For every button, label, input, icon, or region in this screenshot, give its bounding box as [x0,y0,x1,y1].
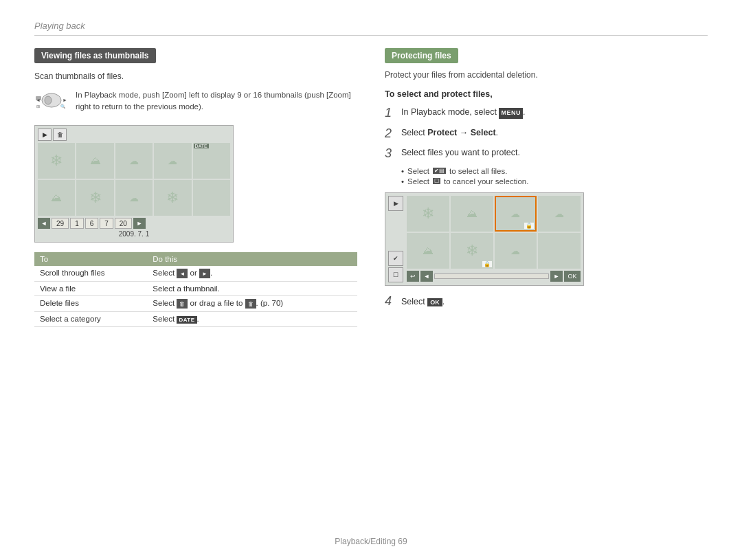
cloud-icon: ☁ [129,155,139,166]
pthumb-6: ❄ 🔒 [451,233,493,269]
menu-icon: MENU [499,108,523,119]
thumb-prev-btn[interactable]: ◄ [38,218,50,229]
thumb-date: 2009. 7. 1 [38,230,230,238]
thumb-cell-1: ❄ [38,143,75,179]
thumbnail-preview: ▶ 🗑 ❄ ⛰ ☁ ☁ [34,125,234,243]
step-num-1: 1 [385,106,396,121]
table-cell-to-4: Select a category [34,312,147,327]
thumb-toolbar: ▶ 🗑 [38,128,230,141]
pcloud-2: ☁ [554,208,564,219]
table-row: Select a category Select DATE. [34,312,357,327]
right-column: Protecting files Protect your files from… [385,48,708,327]
pthumb-2: ⛰ [451,196,493,232]
thumb-next-btn[interactable]: ► [133,218,146,229]
pthumb-7: ☁ [495,233,537,269]
pmountain-1: ⛰ [466,208,477,220]
thumb-cell-3: ☁ [115,143,153,179]
pthumb-1: ❄ [407,196,449,232]
pcloud-1: ☁ [510,208,520,219]
left-column: Viewing files as thumbnails Scan thumbna… [34,48,357,327]
thumb-num-4: 7 [100,218,113,229]
svg-text:►: ► [63,98,67,102]
check-all-icon: ✔▤ [433,168,446,174]
protect-play-icon: ▶ [388,196,403,211]
thumb-cell-10 [193,180,230,216]
step-text-1: In Playback mode, select MENU. [401,106,525,119]
thumb-cell-8: ☁ [115,180,153,216]
table-row: Scroll through files Select ◄ or ►. [34,266,357,282]
pthumb-4: ☁ [538,196,581,232]
thumb-num-3: 6 [85,218,99,229]
thumb-cell-2: ⛰ [76,143,113,179]
page-footer: Playback/Editing 69 [0,537,742,546]
svg-point-2 [45,96,52,104]
protect-grid-row2: ⛰ ❄ 🔒 ☁ [407,233,581,269]
cloud-icon-2: ☁ [168,155,177,166]
protect-ok-btn[interactable]: OK [564,271,581,282]
thumb-nav: ◄ 29 1 6 7 20 ► [38,218,230,229]
protect-prev-btn[interactable]: ◄ [420,271,433,282]
pthumb-8 [538,233,581,269]
pthumb-5: ⛰ [407,233,449,269]
right-arrow-icon: ► [199,269,210,278]
thumb-cell-5: DATE [193,143,230,179]
thumb-cell-6: ⛰ [38,180,75,216]
trash-icon: 🗑 [53,128,67,141]
snowflake-icon: ❄ [50,152,63,170]
protect-back-btn[interactable]: ↩ [407,271,419,282]
thumb-cell-9: ❄ [154,180,191,216]
mountain-icon-2: ⛰ [51,192,62,204]
protect-sidebar: ▶ ✔ ☐ [388,196,403,282]
table-col-to: To [34,252,147,266]
table-cell-do-2: Select a thumbnail. [147,282,357,296]
mountain-icon: ⛰ [90,155,101,167]
svg-text:◄: ◄ [36,98,41,102]
svg-text:🔍: 🔍 [60,104,66,109]
page-title: Playing back [34,21,85,31]
step-2: 2 Select Protect → Select. [385,126,708,142]
lock-badge: 🔒 [524,223,534,229]
table-col-do: Do this [147,252,357,266]
protect-check-icon: ✔ [388,251,403,266]
trash-table-icon: 🗑 [177,299,188,309]
protect-main-grid: ❄ ⛰ ☁ 🔒 ☁ [407,196,581,282]
svg-text:⊞: ⊞ [36,104,40,109]
pmountain-2: ⛰ [423,245,434,257]
footer-text: Playback/Editing 69 [335,537,407,546]
protect-next-btn[interactable]: ► [550,271,563,282]
table-cell-do-1: Select ◄ or ►. [147,266,357,282]
snowflake-icon-3: ❄ [166,189,179,207]
lock-badge-2: 🔒 [482,261,492,267]
zoom-icon: ⊞ 🔍 ◄ ► [34,91,69,115]
right-section-header: Protecting files [385,48,458,63]
cancel-icon: ☐ [433,178,440,184]
psnow-1: ❄ [422,205,434,223]
protect-bold-heading: To select and protect files, [385,89,708,99]
protect-preview: ▶ ✔ ☐ ❄ ⛰ [385,192,584,286]
zoom-text: In Playback mode, push [Zoom] left to di… [76,89,357,113]
step-3: 3 Select files you want to protect. [385,146,708,161]
thumb-grid: ❄ ⛰ ☁ ☁ DATE ⛰ [38,143,230,216]
trash-table-icon-2: 🗑 [245,299,256,309]
psnow-2: ❄ [466,242,478,260]
date-icon: DATE [177,316,196,324]
page-container: Playing back Viewing files as thumbnails… [0,0,742,560]
protect-grid-row1: ❄ ⛰ ☁ 🔒 ☁ [407,196,581,232]
snowflake-icon-2: ❄ [89,189,102,207]
bullet-list: Select ✔▤ to select all files. Select ☐ … [401,167,708,186]
step-text-4: Select OK. [401,297,445,306]
cloud-icon-3: ☁ [129,192,139,203]
pthumb-3: ☁ 🔒 [495,196,537,232]
table-cell-to-2: View a file [34,282,147,296]
table-row: Delete files Select 🗑 or drag a file to … [34,296,357,312]
ok-icon: OK [427,298,442,306]
left-subtitle: Scan thumbnails of files. [34,70,357,82]
content-columns: Viewing files as thumbnails Scan thumbna… [34,48,708,327]
step-text-2: Select Protect → Select. [401,126,498,139]
table-cell-to-1: Scroll through files [34,266,147,282]
thumb-num-1: 29 [52,218,69,229]
thumb-num-2: 1 [70,218,84,229]
step-text-3: Select files you want to protect. [401,146,520,159]
date-label: DATE [194,144,209,148]
table-cell-to-3: Delete files [34,296,147,312]
